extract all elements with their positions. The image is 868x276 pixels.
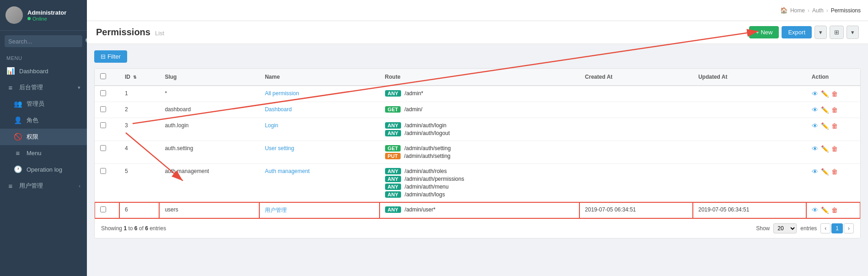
cell-updated-at	[693, 164, 806, 202]
cell-id: 2	[119, 102, 159, 118]
row-checkbox[interactable]	[100, 206, 106, 212]
breadcrumb-permissions: Permissions	[831, 7, 861, 14]
delete-button[interactable]: 🗑	[831, 106, 838, 114]
sidebar-item-menu[interactable]: ≡ Menu	[0, 145, 87, 161]
row-checkbox[interactable]	[100, 106, 106, 112]
select-all-checkbox[interactable]	[100, 73, 106, 79]
cell-name: 用户管理	[259, 202, 379, 219]
cell-route: ANY/admin*	[380, 86, 579, 102]
filter-button[interactable]: ⊟ Filter	[94, 50, 127, 63]
row-checkbox-cell	[95, 141, 119, 164]
export-button[interactable]: Export	[782, 26, 812, 38]
cell-slug: auth.management	[159, 164, 259, 202]
method-badge: ANY	[385, 191, 401, 198]
view-button[interactable]: 👁	[812, 145, 818, 152]
th-id[interactable]: ID ⇅	[119, 69, 159, 86]
breadcrumb-auth[interactable]: Auth	[812, 7, 824, 14]
delete-button[interactable]: 🗑	[831, 206, 838, 214]
cell-slug: auth.setting	[159, 141, 259, 164]
delete-button[interactable]: 🗑	[831, 168, 838, 175]
table-row: 4 auth.setting User setting GET/admin/au…	[95, 141, 860, 164]
cell-slug: auth.login	[159, 118, 259, 141]
route-path: /admin/auth/logout	[405, 130, 450, 136]
page-title-area: Permissions List	[96, 27, 164, 38]
cell-id: 5	[119, 164, 159, 202]
delete-button[interactable]: 🗑	[831, 145, 838, 152]
sidebar-item-label: 后台管理	[19, 83, 78, 92]
name-link[interactable]: User setting	[265, 145, 294, 152]
chevron-down-icon: ▾	[78, 85, 80, 91]
page-1-button[interactable]: 1	[831, 223, 843, 233]
edit-button[interactable]: ✏️	[821, 106, 829, 114]
delete-button[interactable]: 🗑	[831, 122, 838, 130]
route-path: /admin/auth/login	[405, 122, 446, 129]
breadcrumb-home[interactable]: Home	[790, 7, 805, 14]
edit-button[interactable]: ✏️	[821, 122, 829, 130]
method-badge: ANY	[385, 184, 401, 190]
edit-button[interactable]: ✏️	[821, 145, 829, 152]
name-link[interactable]: Auth management	[265, 168, 310, 174]
table-row: 2 dashboard Dashboard GET/admin/ 👁 ✏️ 🗑	[95, 102, 860, 118]
route-entry: ANY/admin/auth/permissions	[385, 176, 574, 182]
action-icons: 👁 ✏️ 🗑	[812, 90, 855, 97]
sidebar-item-admins[interactable]: 👥 管理员	[0, 96, 87, 112]
th-name: Name	[259, 69, 379, 86]
name-link[interactable]: 用户管理	[265, 207, 287, 213]
row-checkbox[interactable]	[100, 90, 106, 96]
view-button[interactable]: 👁	[812, 206, 818, 214]
name-link[interactable]: Dashboard	[265, 106, 292, 113]
view-button[interactable]: 👁	[812, 168, 818, 175]
table-header: ID ⇅ Slug Name Route Created At Updated …	[95, 69, 860, 86]
export-dropdown-button[interactable]: ▾	[814, 26, 827, 39]
view-button[interactable]: 👁	[812, 106, 818, 114]
content-area: ⊟ Filter ID ⇅ Slug Name Route Created At…	[87, 44, 868, 276]
menu-icon: ≡	[14, 149, 22, 157]
edit-button[interactable]: ✏️	[821, 90, 829, 97]
view-button[interactable]: 👁	[812, 122, 818, 130]
backend-icon: ≡	[6, 84, 15, 92]
cell-action: 👁 ✏️ 🗑	[806, 102, 860, 118]
row-checkbox[interactable]	[100, 168, 106, 174]
search-wrap[interactable]: 🔍	[5, 35, 82, 47]
cell-created-at: 2019-07-05 06:34:51	[579, 202, 693, 219]
name-link[interactable]: Login	[265, 122, 278, 129]
sidebar-item-permissions[interactable]: 🚫 权限	[0, 129, 87, 145]
row-checkbox[interactable]	[100, 122, 106, 128]
cell-slug: users	[159, 202, 259, 219]
sidebar-item-dashboard[interactable]: 📊 Dashboard	[0, 63, 87, 79]
sidebar-item-roles[interactable]: 👤 角色	[0, 112, 87, 129]
prev-page-button[interactable]: ‹	[820, 223, 830, 233]
cell-name: Dashboard	[259, 102, 379, 118]
route-path: /admin/auth/menu	[405, 184, 449, 190]
filter-icon: ⊟	[101, 53, 106, 60]
cell-route: GET/admin/	[380, 102, 579, 118]
name-link[interactable]: All permission	[265, 90, 299, 97]
per-page-select[interactable]: 20 50 100	[773, 223, 797, 233]
view-button[interactable]: 👁	[812, 90, 818, 97]
row-checkbox-cell	[95, 164, 119, 202]
edit-button[interactable]: ✏️	[821, 206, 829, 214]
cell-id: 6	[119, 202, 159, 219]
new-button[interactable]: + New	[749, 26, 779, 38]
columns-button[interactable]: ⊞	[830, 26, 844, 39]
cell-updated-at	[693, 141, 806, 164]
table-footer: Showing 1 to 6 of 6 entries Show 20 50 1…	[95, 218, 860, 238]
edit-button[interactable]: ✏️	[821, 168, 829, 175]
search-input[interactable]	[8, 38, 85, 45]
columns-dropdown-button[interactable]: ▾	[847, 26, 859, 39]
next-page-button[interactable]: ›	[844, 223, 854, 233]
route-path: /admin/auth/permissions	[405, 176, 464, 182]
delete-button[interactable]: 🗑	[831, 90, 838, 97]
route-path: /admin/user*	[405, 206, 435, 213]
cell-updated-at: 2019-07-05 06:34:51	[693, 202, 806, 219]
action-icons: 👁 ✏️ 🗑	[812, 122, 855, 130]
cell-action: 👁 ✏️ 🗑	[806, 141, 860, 164]
sidebar-item-usermgmt[interactable]: ≡ 用户管理 ‹	[0, 178, 87, 194]
route-entry: ANY/admin/auth/login	[385, 122, 574, 129]
sidebar-item-oplog[interactable]: 🕐 Operation log	[0, 161, 87, 178]
route-entry: ANY/admin/auth/logout	[385, 130, 574, 136]
row-checkbox[interactable]	[100, 145, 106, 151]
th-action: Action	[806, 69, 860, 86]
method-badge: GET	[385, 106, 401, 113]
sidebar-item-backend[interactable]: ≡ 后台管理 ▾	[0, 79, 87, 96]
